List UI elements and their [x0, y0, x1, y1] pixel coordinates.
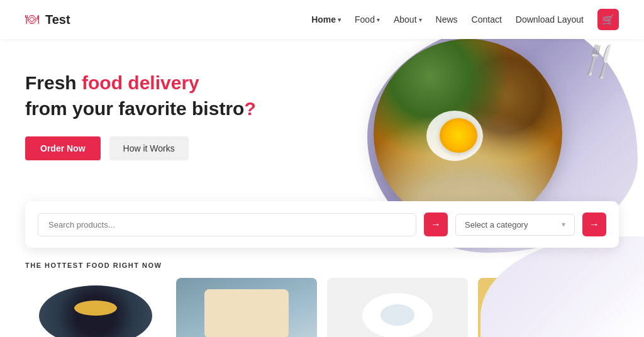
food-card-donuts[interactable]: Doughnuts $3.00	[327, 278, 468, 337]
chevron-down-icon: ▾	[377, 16, 380, 23]
search-section: → Select a category ▾ →	[25, 201, 619, 248]
nav-download[interactable]: Download Layout	[516, 14, 584, 25]
navbar: 🍽 Test Home ▾ Food ▾ About ▾ News Contac…	[0, 0, 644, 39]
hero-title-line2: from your favorite bistro	[25, 98, 244, 119]
search-input[interactable]	[38, 213, 416, 236]
logo-text: Test	[45, 13, 70, 27]
search-button[interactable]: →	[424, 213, 448, 236]
category-dropdown[interactable]: Select a category ▾	[455, 214, 575, 236]
cart-icon: 🛒	[602, 14, 614, 26]
nav-about[interactable]: About ▾	[394, 14, 422, 25]
hero-question: ?	[244, 98, 255, 119]
chevron-down-icon: ▾	[562, 220, 565, 229]
hero-title-highlight: food delivery	[82, 72, 199, 93]
order-now-button[interactable]: Order Now	[25, 136, 101, 160]
hero-title-plain: Fresh	[25, 72, 82, 93]
food-image-donuts	[327, 278, 468, 337]
nav-home[interactable]: Home ▾	[311, 14, 341, 25]
logo: 🍽 Test	[25, 11, 70, 28]
food-image-mazemen	[25, 278, 166, 337]
ramen-visual	[25, 278, 166, 337]
nav-links: Home ▾ Food ▾ About ▾ News Contact Downl…	[311, 9, 619, 30]
food-card-mazemen[interactable]: Maze-Men $13.50	[25, 278, 166, 337]
hero-section: Fresh food delivery from your favorite b…	[0, 39, 644, 190]
chevron-down-icon: ▾	[338, 16, 341, 23]
food-image-waffles	[176, 278, 317, 337]
go-arrow-icon: →	[589, 219, 599, 230]
nav-food[interactable]: Food ▾	[355, 14, 380, 25]
category-label: Select a category	[465, 220, 528, 229]
food-card-waffles[interactable]: Belgian Waffles $12.00	[176, 278, 317, 337]
chevron-down-icon: ▾	[419, 16, 422, 23]
egg-yolk	[440, 118, 477, 153]
nav-contact[interactable]: Contact	[472, 14, 502, 25]
cart-button[interactable]: 🛒	[597, 9, 619, 30]
go-button[interactable]: →	[582, 213, 606, 236]
waffles-visual	[176, 278, 317, 337]
search-arrow-icon: →	[431, 219, 441, 230]
nav-news[interactable]: News	[436, 14, 458, 25]
logo-icon: 🍽	[25, 11, 39, 28]
donuts-visual	[327, 278, 468, 337]
how-it-works-button[interactable]: How it Works	[109, 136, 189, 160]
food-plate-image	[374, 39, 562, 228]
plate-inner	[374, 39, 562, 228]
